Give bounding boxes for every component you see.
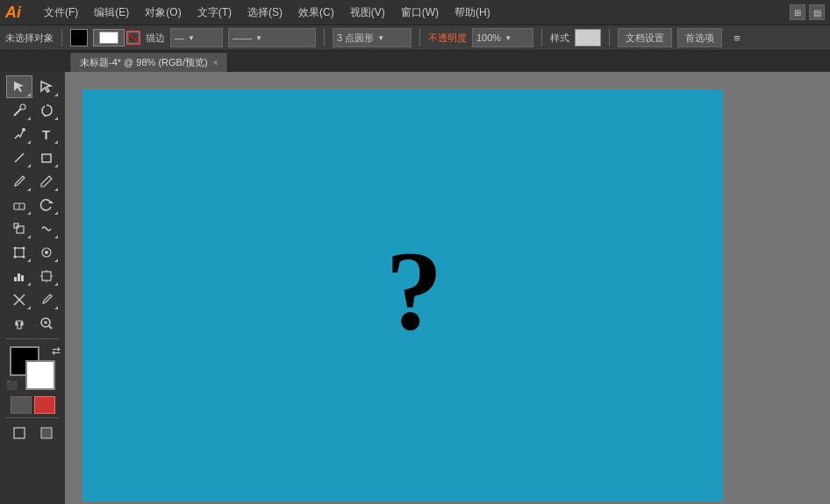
stroke-width-dropdown[interactable]: — ▼ <box>170 28 223 47</box>
slice-tool[interactable] <box>6 288 32 311</box>
menu-effect[interactable]: 效果(C) <box>291 4 341 22</box>
menu-bar: 文件(F) 编辑(E) 对象(O) 文字(T) 选择(S) 效果(C) 视图(V… <box>37 4 783 22</box>
normal-mode-button[interactable] <box>11 396 32 414</box>
hand-tool[interactable] <box>6 312 32 335</box>
workspace-icon[interactable]: ▤ <box>809 4 825 20</box>
artboard: ? <box>82 89 723 501</box>
svg-point-3 <box>20 104 25 110</box>
question-mark-symbol: ? <box>386 233 443 347</box>
tab-bar: 未标题-4* @ 98% (RGB/预览) × <box>0 51 830 72</box>
point-shape-dropdown[interactable]: 3 点圆形 ▼ <box>333 28 411 47</box>
menu-object[interactable]: 对象(O) <box>138 4 188 22</box>
separator-3 <box>419 29 420 46</box>
stroke-swatch-container <box>70 29 88 46</box>
svg-point-5 <box>22 128 25 131</box>
lasso-tool[interactable] <box>33 99 60 122</box>
tab-label: 未标题-4* @ 98% (RGB/预览) <box>80 56 208 69</box>
tool-row-8 <box>6 241 60 264</box>
stroke-style-arrow: ▼ <box>255 34 262 42</box>
separator-2 <box>324 29 325 46</box>
toolbar-separator <box>6 338 59 339</box>
stroke-indicator[interactable] <box>93 29 125 46</box>
direct-selection-tool[interactable] <box>33 75 60 98</box>
eyedropper-tool[interactable] <box>33 288 60 311</box>
stroke-width-value: — <box>175 32 184 43</box>
type-tool[interactable]: T <box>33 123 60 146</box>
svg-line-31 <box>49 326 52 329</box>
canvas-area: ? <box>65 72 830 504</box>
magic-wand-tool[interactable] <box>6 99 32 122</box>
menu-edit[interactable]: 编辑(E) <box>87 4 136 22</box>
svg-rect-34 <box>14 428 25 438</box>
artboard-tool[interactable] <box>33 265 60 287</box>
main-area: T <box>0 72 830 504</box>
rotate-tool[interactable] <box>33 194 60 217</box>
tool-row-2 <box>6 99 60 122</box>
svg-line-1 <box>129 33 139 43</box>
svg-point-15 <box>22 247 25 250</box>
stroke-style-value: —— <box>233 32 252 43</box>
preferences-button[interactable]: 首选项 <box>677 28 722 47</box>
tab-close-button[interactable]: × <box>213 58 218 67</box>
extra-options-button[interactable] <box>33 422 60 444</box>
tool-row-4 <box>6 146 60 169</box>
tool-row-7 <box>6 217 60 240</box>
no-stroke-icon[interactable] <box>126 31 140 45</box>
stroke-style-dropdown[interactable]: —— ▼ <box>228 28 316 47</box>
opacity-dropdown[interactable]: 100% ▼ <box>472 28 533 47</box>
selection-tool[interactable] <box>6 75 32 98</box>
rectangle-tool[interactable] <box>33 146 60 169</box>
style-swatch[interactable] <box>575 29 601 46</box>
menu-select[interactable]: 选择(S) <box>240 4 290 22</box>
svg-rect-21 <box>18 273 20 281</box>
tool-row-6 <box>6 194 60 217</box>
no-selection-label: 未选择对象 <box>5 32 54 45</box>
toolbar: T <box>0 72 65 504</box>
stroke-color-indicator <box>93 29 140 46</box>
doc-settings-button[interactable]: 文档设置 <box>618 28 672 47</box>
document-tab[interactable]: 未标题-4* @ 98% (RGB/预览) × <box>70 53 227 72</box>
background-color-swatch[interactable] <box>25 360 55 390</box>
screen-mode-button[interactable] <box>6 422 32 444</box>
arrange-icon[interactable]: ⊞ <box>790 4 805 20</box>
svg-rect-7 <box>42 154 51 162</box>
line-tool[interactable] <box>6 146 32 169</box>
free-transform-tool[interactable] <box>6 241 32 264</box>
svg-point-17 <box>22 256 25 259</box>
separator-5 <box>609 29 610 46</box>
tool-row-1 <box>6 75 60 98</box>
scale-tool[interactable] <box>6 217 32 240</box>
eraser-tool[interactable] <box>6 194 32 217</box>
svg-point-14 <box>13 247 16 250</box>
app-logo: Ai <box>5 4 30 22</box>
svg-rect-11 <box>17 226 24 233</box>
svg-rect-20 <box>14 277 17 281</box>
color-swatches: ⇄ ⬛ <box>10 346 55 390</box>
svg-rect-22 <box>21 275 24 281</box>
tool-row-10 <box>6 288 60 311</box>
warp-tool[interactable] <box>33 217 60 240</box>
tool-row-9 <box>6 265 60 287</box>
column-graph-tool[interactable] <box>6 265 32 287</box>
paintbrush-tool[interactable] <box>6 170 32 193</box>
quick-mask-button[interactable] <box>34 396 55 414</box>
fill-swatch[interactable] <box>70 29 88 46</box>
symbol-tool[interactable] <box>33 241 60 264</box>
swap-colors-icon[interactable]: ⇄ <box>52 344 61 357</box>
svg-point-16 <box>13 256 16 259</box>
menu-text[interactable]: 文字(T) <box>190 4 239 22</box>
menu-help[interactable]: 帮助(H) <box>447 4 497 22</box>
reset-colors-icon[interactable]: ⬛ <box>6 380 17 390</box>
stroke-width-arrow: ▼ <box>188 34 195 42</box>
menu-window[interactable]: 窗口(W) <box>394 4 446 22</box>
pen-tool[interactable] <box>6 123 32 146</box>
svg-line-6 <box>15 153 24 162</box>
zoom-tool[interactable] <box>33 312 60 335</box>
options-extra-button[interactable]: ≡ <box>727 28 747 47</box>
menu-view[interactable]: 视图(V) <box>343 4 392 22</box>
stroke-label: 描边 <box>146 32 165 45</box>
tool-row-11 <box>6 312 60 335</box>
menu-file[interactable]: 文件(F) <box>37 4 85 22</box>
svg-line-2 <box>14 109 21 116</box>
pencil-tool[interactable] <box>33 170 60 193</box>
